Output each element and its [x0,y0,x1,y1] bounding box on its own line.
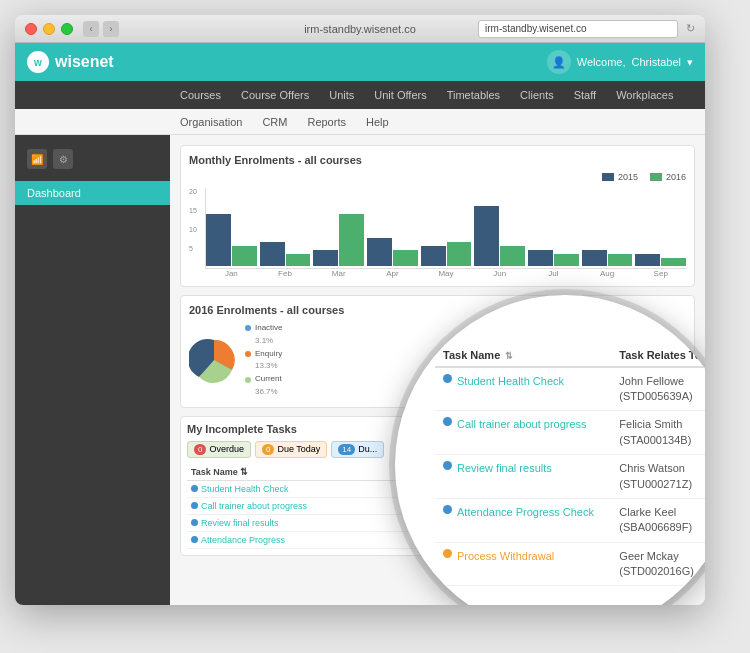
forward-button[interactable]: › [103,21,119,37]
due-today-label: Due Today [277,444,320,454]
sidebar-item-dashboard[interactable]: Dashboard [15,181,170,205]
minimize-button[interactable] [43,23,55,35]
nav-unit-offers[interactable]: Unit Offers [364,81,436,109]
bar-2016-apr [393,250,418,266]
zoom-table: Task Name ⇅ Task Relates To Student H [435,344,705,587]
tab-due-later[interactable]: 14 Du... [331,441,384,458]
bar-2016-jun [500,246,525,266]
bars-container: Jan Feb Mar Apr May Jun Jul Aug Sep [205,188,686,278]
nav-clients[interactable]: Clients [510,81,564,109]
y-label-20: 20 [189,188,205,195]
x-label-sep: Sep [635,269,686,278]
zoom-row-1: Student Health Check John Fellowe (STD00… [435,367,705,411]
mac-window: ‹ › irm-standby.wisenet.co irm-standby.w… [15,15,705,605]
zoom-row-3: Review final results Chris Watson (STU00… [435,455,705,499]
zoom-dot-5 [443,549,452,558]
back-button[interactable]: ‹ [83,21,99,37]
bar-2015-feb [260,242,285,266]
zoom-relates-name-3: Chris Watson [619,461,705,476]
main-layout: 📶 ⚙ Dashboard Monthly Enrolments - all c… [15,135,705,605]
task-link[interactable]: Attendance Progress [201,535,285,545]
bar-2016-jan [232,246,257,266]
tab-due-today[interactable]: 0 Due Today [255,441,327,458]
zoom-relates-id-1: (STD005639A) [619,389,705,404]
bar-group-mar [313,214,364,266]
bar-group-sep [635,254,686,266]
x-label-apr: Apr [367,269,418,278]
pie-pct-inactive: 3.1% [255,335,283,348]
nav-course-offers[interactable]: Course Offers [231,81,319,109]
y-label-5: 5 [189,245,205,252]
bar-group-jul [528,250,579,266]
nav-top: Courses Course Offers Units Unit Offers … [15,81,705,109]
bar-group-jan [206,214,257,266]
zoom-relates-id-4: (SBA006689F) [619,520,705,535]
zoom-relates-cell-1: John Fellowe (STD005639A) [611,367,705,411]
sort-icon: ⇅ [505,351,513,361]
zoom-row-4: Attendance Progress Check Clarke Keel (S… [435,498,705,542]
sub-crm[interactable]: CRM [252,109,297,135]
nav-courses[interactable]: Courses [170,81,231,109]
zoom-task-link-3[interactable]: Review final results [457,461,552,476]
logo-icon: w [27,51,49,73]
welcome-area[interactable]: 👤 Welcome, Christabel ▾ [547,50,693,74]
zoom-task-link-4[interactable]: Attendance Progress Check [457,505,594,520]
logo-area: w wisenet [27,51,114,73]
legend-color-2016 [650,173,662,181]
bar-group-apr [367,238,418,266]
bar-2016-may [447,242,472,266]
chart-legend: 2015 2016 [189,172,686,182]
task-link[interactable]: Call trainer about progress [201,501,307,511]
window-title: irm-standby.wisenet.co [304,23,416,35]
overdue-label: Overdue [209,444,244,454]
task-link[interactable]: Student Health Check [201,484,289,494]
sub-reports[interactable]: Reports [297,109,356,135]
task-cell: Attendance Progress [187,531,438,548]
pie-chart [189,335,239,385]
y-label-15: 15 [189,207,205,214]
zoom-relates-cell-3: Chris Watson (STU000271Z) [611,455,705,499]
zoom-relates-id-5: (STD002016G) [619,564,705,579]
chart-body: 20 15 10 5 [189,188,686,278]
url-bar[interactable]: irm-standby.wisenet.co [478,20,678,38]
tab-overdue[interactable]: 0 Overdue [187,441,251,458]
avatar-icon: 👤 [547,50,571,74]
x-label-feb: Feb [260,269,311,278]
bar-group-feb [260,242,311,266]
sidebar-dashboard-label: Dashboard [27,187,81,199]
pie-pct-current: 36.7% [255,386,283,399]
sidebar-icon-settings[interactable]: ⚙ [53,149,73,169]
pie-dot-current [245,377,251,383]
nav-timetables[interactable]: Timetables [437,81,510,109]
zoom-dot-3 [443,461,452,470]
zoom-relates-cell-2: Felicia Smith (STA000134B) [611,411,705,455]
zoom-relates-name-1: John Fellowe [619,374,705,389]
sub-help[interactable]: Help [356,109,399,135]
bar-2016-aug [608,254,633,266]
nav-workplaces[interactable]: Workplaces [606,81,683,109]
bar-2016-sep [661,258,686,266]
close-button[interactable] [25,23,37,35]
zoom-task-link-2[interactable]: Call trainer about progress [457,417,587,432]
monthly-enrolments-chart: Monthly Enrolments - all courses 2015 20… [180,145,695,287]
bar-group-aug [582,250,633,266]
zoom-dot-4 [443,505,452,514]
x-axis-labels: Jan Feb Mar Apr May Jun Jul Aug Sep [205,269,686,278]
bar-group-may [421,242,472,266]
sub-organisation[interactable]: Organisation [170,109,252,135]
title-bar-right: irm-standby.wisenet.co ↻ [478,20,695,38]
zoom-task-cell-5: Process Withdrawal [435,542,611,586]
due-later-badge: 14 [338,444,355,455]
refresh-icon[interactable]: ↻ [686,22,695,35]
nav-units[interactable]: Units [319,81,364,109]
chevron-down-icon: ▾ [687,56,693,69]
nav-staff[interactable]: Staff [564,81,606,109]
zoom-relates-id-2: (STA000134B) [619,433,705,448]
zoom-task-link-1[interactable]: Student Health Check [457,374,564,389]
url-text: irm-standby.wisenet.co [485,23,587,34]
task-link[interactable]: Review final results [201,518,279,528]
zoom-task-link-5[interactable]: Process Withdrawal [457,549,554,564]
pie-dot-enquiry [245,351,251,357]
maximize-button[interactable] [61,23,73,35]
sidebar-icon-analytics[interactable]: 📶 [27,149,47,169]
